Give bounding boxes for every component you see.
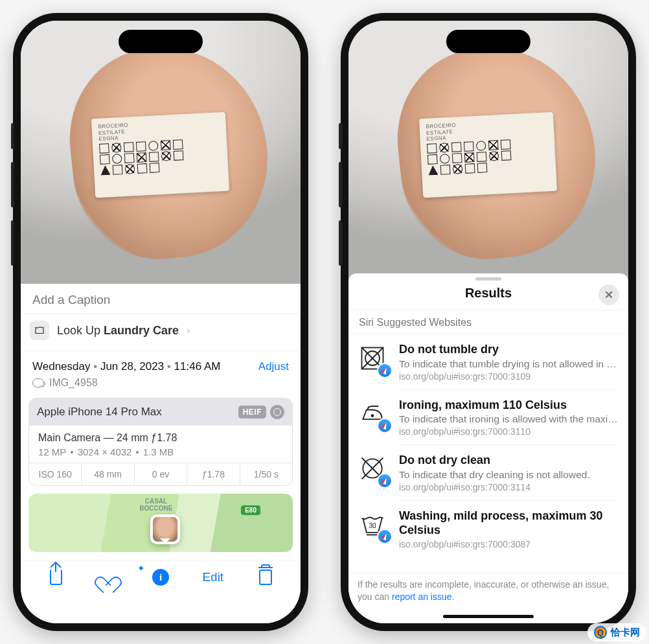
- result-description: To indicate that dry cleaning is not all…: [399, 469, 618, 481]
- edit-button[interactable]: Edit: [195, 567, 231, 588]
- lens-info: Main Camera — 24 mm ƒ1.78: [38, 432, 283, 444]
- visual-lookup-row[interactable]: ✦ Look Up Laundry Care ›: [21, 314, 301, 351]
- section-header: Siri Suggested Websites: [348, 310, 628, 334]
- result-title: Do not tumble dry: [399, 342, 618, 357]
- info-button[interactable]: ✦ i: [142, 567, 179, 588]
- watermark-logo-icon: [594, 626, 607, 639]
- result-description: To indicate that tumble drying is not al…: [399, 358, 618, 370]
- exif-shutter: 1/50 s: [240, 463, 292, 485]
- result-item[interactable]: Ironing, maximum 110 Celsius To indicate…: [348, 389, 628, 445]
- exif-ev: 0 ev: [135, 463, 187, 485]
- wash-30-icon: 30: [356, 508, 389, 540]
- close-icon: ✕: [604, 288, 613, 302]
- report-issue-link[interactable]: report an issue: [392, 592, 452, 602]
- heart-icon: [100, 569, 117, 585]
- result-item[interactable]: 30 Washing, mild process, maximum 30 Cel…: [348, 500, 628, 557]
- share-icon: [50, 569, 62, 585]
- result-url: iso.org/obp/ui#iso:grs:7000:3114: [399, 482, 618, 492]
- result-title: Washing, mild process, maximum 30 Celsiu…: [399, 509, 618, 538]
- svg-point-4: [372, 415, 374, 417]
- map-area-label: CASALBOCCONE: [139, 498, 172, 512]
- road-badge: E80: [241, 505, 260, 515]
- result-title: Do not dry clean: [399, 453, 618, 468]
- adjust-button[interactable]: Adjust: [258, 360, 289, 373]
- info-icon: i: [152, 569, 169, 586]
- close-button[interactable]: ✕: [598, 284, 619, 305]
- results-sheet: Results ✕ Siri Suggested Websites: [348, 273, 628, 623]
- filename: IMG_4958: [49, 377, 98, 389]
- photo-preview[interactable]: BROCEIROESTILATEESGNA: [21, 21, 301, 284]
- laundry-tag: BROCEIROESTILATEESGNA: [91, 112, 229, 198]
- trash-icon: [259, 569, 272, 585]
- map-pin: [150, 514, 180, 544]
- sparkle-icon: ✦: [137, 563, 145, 573]
- exif-focal: 48 mm: [82, 463, 134, 485]
- delete-button[interactable]: [247, 567, 284, 588]
- dynamic-island: [119, 30, 203, 53]
- exif-card: Apple iPhone 14 Pro Max HEIF Main Camera…: [28, 398, 293, 486]
- dynamic-island: [446, 30, 530, 53]
- result-description: To indicate that ironing is allowed with…: [399, 413, 618, 425]
- watermark: 恰卡网: [587, 623, 646, 641]
- lens-badge-icon: [270, 405, 284, 419]
- result-url: iso.org/obp/ui#iso:grs:7000:3087: [399, 539, 618, 549]
- location-map[interactable]: CASALBOCCONE E80: [28, 494, 293, 552]
- safari-icon: [378, 474, 391, 487]
- result-item[interactable]: Do not tumble dry To indicate that tumbl…: [348, 334, 628, 389]
- results-footer: If the results are incomplete, inaccurat…: [348, 573, 628, 615]
- caption-field-row: [21, 284, 301, 314]
- result-list: Do not tumble dry To indicate that tumbl…: [348, 334, 628, 573]
- photo-preview[interactable]: BROCEIROESTILATEESGNA: [348, 21, 628, 284]
- photo-specs: 12 MP•3024 × 4032•1.3 MB: [38, 446, 283, 457]
- phone-left: BROCEIROESTILATEESGNA ✦ Look Up Laun: [13, 13, 308, 631]
- lookup-label: Look Up Laundry Care: [57, 324, 179, 338]
- device-name: Apple iPhone 14 Pro Max: [37, 406, 162, 419]
- filename-row: IMG_4958: [21, 376, 301, 398]
- not-synced-icon: [32, 378, 44, 387]
- format-badge: HEIF: [238, 406, 266, 419]
- result-url: iso.org/obp/ui#iso:grs:7000:3109: [399, 371, 618, 382]
- safari-icon: [378, 364, 391, 377]
- laundry-icon: [30, 321, 49, 340]
- exif-iso: ISO 160: [29, 463, 82, 485]
- exif-aperture: ƒ1.78: [187, 463, 240, 485]
- sheet-title: Results: [465, 286, 512, 301]
- safari-icon: [378, 530, 391, 543]
- favorite-button[interactable]: [90, 567, 126, 588]
- chevron-right-icon: ›: [187, 325, 190, 336]
- result-url: iso.org/obp/ui#iso:grs:7000:3110: [399, 426, 618, 437]
- home-indicator[interactable]: [443, 615, 534, 618]
- caption-input[interactable]: [32, 293, 289, 307]
- no-dry-clean-icon: [356, 452, 389, 485]
- safari-icon: [378, 419, 391, 432]
- iron-110-icon: [356, 397, 389, 430]
- no-tumble-dry-icon: [356, 342, 389, 374]
- result-title: Ironing, maximum 110 Celsius: [399, 398, 618, 413]
- phone-right: BROCEIROESTILATEESGNA Results ✕ Siri Sug…: [341, 13, 636, 631]
- photo-toolbar: ✦ i Edit: [21, 560, 301, 604]
- result-item[interactable]: Do not dry clean To indicate that dry cl…: [348, 444, 628, 500]
- share-button[interactable]: [38, 567, 74, 588]
- photo-timestamp: Wednesday • Jun 28, 2023 • 11:46 AM: [32, 360, 220, 373]
- svg-text:30: 30: [369, 522, 376, 529]
- laundry-tag: BROCEIROESTILATEESGNA: [419, 112, 557, 198]
